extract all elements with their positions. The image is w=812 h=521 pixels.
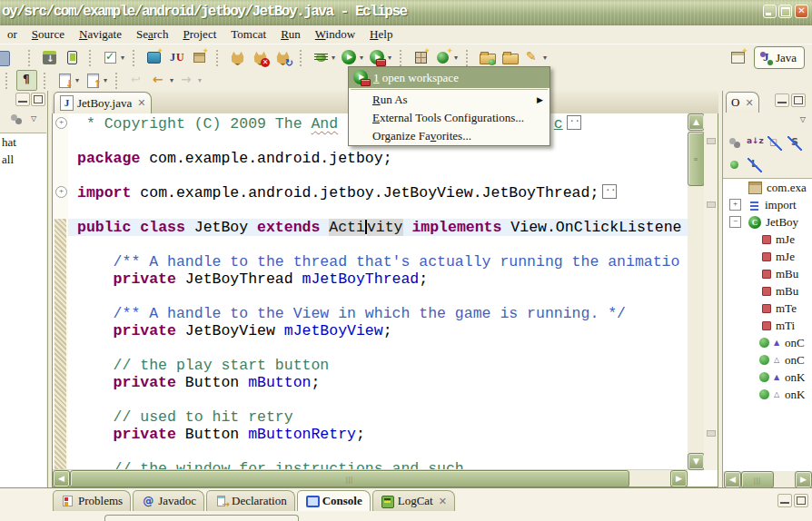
overview-mark[interactable] [707, 138, 716, 144]
code-line-15[interactable]: // the play start button [68, 357, 688, 374]
code-line-16[interactable]: private Button mButton; [68, 374, 688, 391]
code-line-3[interactable]: package com.example.android.jetboy; [68, 150, 688, 167]
code-line-12[interactable]: /** A handle to the View in which the ga… [68, 305, 688, 322]
close-button[interactable]: ✕ [795, 5, 808, 18]
sdk-manager-button[interactable] [39, 47, 60, 68]
menu-item-navigate[interactable]: Navigate [72, 26, 129, 43]
outline-item-mbu[interactable]: mBu [723, 282, 812, 300]
outline-item-import[interactable]: +import [723, 196, 812, 213]
menu-item-external-tools-configurations-[interactable]: External Tools Configurations... [349, 109, 550, 127]
menu-item-project[interactable]: Project [175, 26, 223, 43]
tab-console[interactable]: Console [297, 490, 371, 511]
debug-button[interactable]: ▾ [311, 47, 337, 68]
menu-item-tomcat[interactable]: Tomcat [223, 26, 273, 43]
code-line-8[interactable] [68, 236, 688, 253]
editor-horizontal-scrollbar[interactable]: ◀ ||| ▶ [53, 469, 688, 487]
menu-item-or[interactable]: or [0, 26, 25, 43]
clipped-button[interactable] [1, 47, 22, 68]
tree-item-clipped[interactable]: all [0, 151, 46, 168]
code-line-18[interactable]: // used to hit retry [68, 408, 688, 426]
hide-fields-icon[interactable] [766, 134, 784, 152]
fold-expand-icon[interactable]: + [55, 117, 67, 129]
code-line-13[interactable]: private JetBoyView mJetBoyView; [68, 322, 688, 339]
menu-item-run[interactable]: Run [273, 26, 308, 43]
tab-close-icon[interactable]: ✕ [137, 97, 145, 109]
annotation-ruler[interactable]: ++ [53, 113, 68, 470]
view-minimize-button[interactable] [777, 494, 792, 507]
title-bar[interactable]: oy/src/com/example/android/jetboy/JetBoy… [0, 0, 812, 26]
scroll-down-arrow[interactable]: ▼ [688, 453, 705, 470]
dropdown-caret-icon[interactable]: ▾ [170, 76, 173, 84]
code-lines[interactable]: * Copyright (C) 2009 The And cpackage co… [68, 113, 688, 470]
tab-close-icon[interactable]: ✕ [745, 97, 753, 109]
view-maximize-button[interactable] [31, 93, 45, 106]
scroll-right-arrow[interactable]: ▶ [795, 471, 812, 488]
tab-problems[interactable]: Problems [53, 490, 131, 511]
dropdown-caret-icon[interactable]: ▾ [388, 54, 391, 62]
menu-item-window[interactable]: Window [308, 26, 362, 43]
tab-declaration[interactable]: Declaration [206, 490, 295, 511]
outline-horizontal-scrollbar[interactable]: ◀ ||| ▶ [723, 471, 812, 487]
tree-item-clipped[interactable]: hat [0, 133, 46, 151]
code-line-20[interactable] [68, 443, 688, 460]
dropdown-caret-icon[interactable]: ▾ [543, 54, 547, 62]
outline-tab[interactable]: O ✕ [726, 92, 759, 113]
scroll-left-arrow[interactable]: ◀ [53, 470, 70, 487]
focus-icon[interactable] [726, 134, 744, 152]
forward-button[interactable]: ▾ [177, 70, 203, 91]
dropdown-caret-icon[interactable]: ▾ [75, 76, 79, 84]
focus-icon[interactable] [7, 111, 25, 128]
outline-item-onc[interactable]: ▲onC [723, 334, 812, 351]
outline-item-mbu[interactable]: mBu [723, 265, 812, 282]
outline-item-onk[interactable]: △onK [723, 386, 812, 403]
view-maximize-button[interactable] [791, 93, 806, 107]
code-line-11[interactable] [68, 288, 688, 305]
code-line-4[interactable] [68, 167, 688, 184]
code-line-17[interactable] [68, 391, 688, 408]
code-line-7[interactable]: public class JetBoy extends Activity imp… [68, 219, 688, 236]
scroll-left-arrow[interactable]: ◀ [724, 471, 741, 488]
code-line-9[interactable]: /** A handle to the thread that's actual… [68, 253, 688, 270]
editor-tab-jetboy[interactable]: J JetBoy.java ✕ [54, 92, 152, 113]
run-button[interactable]: ▾ [339, 47, 365, 68]
horizontal-scroll-thumb[interactable]: ||| [741, 471, 774, 488]
maximize-button[interactable] [778, 5, 792, 18]
dropdown-caret-icon[interactable]: ▾ [198, 76, 202, 84]
outline-item-mti[interactable]: mTi [723, 317, 812, 334]
tab-javadoc[interactable]: Javadoc [133, 490, 204, 511]
outline-item-onc[interactable]: △onC [723, 351, 812, 369]
outline-item-comexa[interactable]: com.exa [723, 179, 812, 196]
fold-expand-icon[interactable]: + [55, 186, 67, 198]
view-minimize-button[interactable] [15, 93, 30, 106]
sort-icon[interactable] [746, 134, 764, 152]
view-menu-icon[interactable]: ▽ [31, 114, 36, 123]
avd-manager-button[interactable] [62, 47, 83, 68]
open-folder-button[interactable] [500, 47, 520, 68]
highlighter-button[interactable]: ▾ [522, 47, 549, 68]
view-maximize-button[interactable] [794, 494, 808, 507]
menu-item-organize-favorites-[interactable]: Organize Favorites... [349, 127, 550, 145]
overview-mark[interactable] [707, 430, 716, 437]
new-java-project-button[interactable] [411, 47, 431, 68]
tab-logcat[interactable]: LogCat✕ [372, 490, 455, 511]
code-line-19[interactable]: private Button mButtonRetry; [68, 426, 688, 443]
outline-item-mje[interactable]: mJe [723, 248, 812, 265]
new-class-button[interactable]: ▾ [433, 47, 460, 68]
code-line-14[interactable] [68, 339, 688, 357]
scroll-up-arrow[interactable]: ▲ [688, 113, 705, 131]
overview-mark[interactable] [707, 202, 716, 208]
folded-region-box[interactable] [602, 184, 617, 199]
java-perspective-button[interactable]: Java [754, 46, 805, 69]
open-perspective-icon[interactable] [729, 49, 747, 66]
tomcat-stop-button[interactable] [250, 47, 271, 68]
checkbox-button[interactable]: ▾ [100, 47, 126, 68]
open-type-folder-button[interactable] [477, 47, 498, 68]
tomcat-restart-button[interactable] [272, 47, 293, 68]
outline-item-mte[interactable]: mTe [723, 300, 812, 317]
scroll-right-arrow[interactable]: ▶ [670, 470, 688, 487]
horizontal-scroll-thumb[interactable]: ||| [70, 470, 629, 487]
code-line-5[interactable]: import com.example.android.jetboy.JetBoy… [68, 184, 688, 202]
pilcrow-button[interactable] [16, 70, 37, 91]
prev-annotation-button[interactable]: ▾ [83, 70, 109, 91]
hide-local-icon[interactable] [746, 156, 764, 174]
